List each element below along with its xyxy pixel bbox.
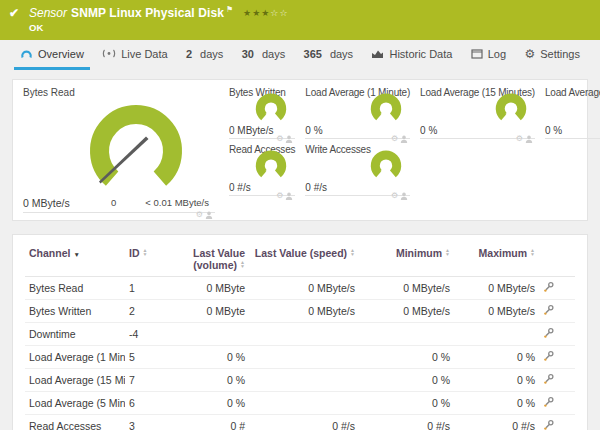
gauge-scale-max: < 0.01 MByte/s xyxy=(145,197,209,208)
gear-icon[interactable]: ⚙ xyxy=(391,192,398,200)
gauge-current-value: 0 % xyxy=(545,125,562,136)
user-icon[interactable] xyxy=(285,192,293,200)
channel-settings-wrench-icon[interactable] xyxy=(543,419,555,430)
channel-settings-wrench-icon[interactable] xyxy=(543,304,555,316)
tab-label-number: 30 xyxy=(242,48,254,60)
tab-live-data[interactable]: Live Data xyxy=(96,40,173,70)
tab-settings[interactable]: ⚙ Settings xyxy=(518,40,586,70)
tab-label: days xyxy=(262,48,285,60)
cell-channel[interactable]: Downtime xyxy=(25,323,125,346)
cell-channel[interactable]: Load Average (1 Min... xyxy=(25,346,125,369)
gauge-write-accesses[interactable]: Write Accesses 0 #/s ⚙ xyxy=(305,144,410,196)
tab-label: days xyxy=(330,48,353,60)
cell-last-value-speed xyxy=(249,369,359,392)
channel-settings-wrench-icon[interactable] xyxy=(543,327,555,339)
historic-data-chart-icon xyxy=(371,49,384,59)
table-row[interactable]: Bytes Written 2 0 MByte 0 MByte/s 0 MByt… xyxy=(25,300,575,323)
table-row[interactable]: Load Average (1 Min... 5 0 % 0 % 0 % xyxy=(25,346,575,369)
tab-365-days[interactable]: 365 days xyxy=(298,40,360,70)
small-gauge-dial xyxy=(251,93,291,123)
gear-icon[interactable]: ⚙ xyxy=(391,135,398,143)
channel-settings-wrench-icon[interactable] xyxy=(543,350,555,362)
tab-historic-data[interactable]: Historic Data xyxy=(365,40,458,70)
gauge-read-accesses[interactable]: Read Accesses 0 #/s ⚙ xyxy=(229,144,295,196)
table-row[interactable]: Load Average (5 Min... 6 0 % 0 % 0 % xyxy=(25,392,575,415)
tab-bar: Overview Live Data 2 days 30 days 365 da… xyxy=(0,40,600,70)
gauge-bytes-written[interactable]: Bytes Written 0 MByte/s ⚙ xyxy=(229,87,295,139)
gauge-current-value: 0 % xyxy=(420,125,437,136)
gauge-load-average-1min[interactable]: Load Average (1 Minute) 0 % ⚙ xyxy=(305,87,410,139)
gauge-current-value: 0 #/s xyxy=(305,182,327,193)
status-ok-check-icon: ✔ xyxy=(9,6,19,20)
user-icon[interactable] xyxy=(205,211,213,219)
gauge-current-value: 0 #/s xyxy=(229,182,251,193)
user-icon[interactable] xyxy=(285,135,293,143)
table-row[interactable]: Read Accesses 3 0 # 0 #/s 0 #/s 0 #/s xyxy=(25,415,575,430)
channels-table: Channel▼ ID▲▼ Last Value (volume)▲▼ Last… xyxy=(25,239,575,430)
table-row[interactable]: Downtime -4 xyxy=(25,323,575,346)
gear-icon[interactable]: ⚙ xyxy=(276,135,283,143)
sort-icon: ▲▼ xyxy=(240,260,245,268)
sort-icon: ▲▼ xyxy=(530,248,535,256)
tab-label: Historic Data xyxy=(389,48,452,60)
column-header-actions xyxy=(539,239,575,277)
sensor-flag-icon[interactable]: ⚑ xyxy=(226,3,233,17)
cell-last-value-speed xyxy=(249,346,359,369)
gauge-bytes-read[interactable]: Bytes Read 0 MByte/s 0 < 0.01 MByte/s ⚙ xyxy=(23,87,215,213)
priority-rating[interactable]: ★★★☆☆ xyxy=(243,6,288,20)
sensor-kind-label: Sensor xyxy=(29,6,67,20)
column-header-last-value-speed[interactable]: Last Value (speed)▲▼ xyxy=(249,239,359,277)
cell-channel[interactable]: Load Average (5 Min... xyxy=(25,392,125,415)
channel-settings-wrench-icon[interactable] xyxy=(543,281,555,293)
small-gauge-dial xyxy=(491,93,531,123)
gear-icon[interactable]: ⚙ xyxy=(516,135,523,143)
gauge-needle xyxy=(266,162,275,172)
channels-panel: Channel▼ ID▲▼ Last Value (volume)▲▼ Last… xyxy=(12,234,588,430)
cell-maximum: 0 #/s xyxy=(454,415,539,430)
cell-channel[interactable]: Bytes Written xyxy=(25,300,125,323)
tab-30-days[interactable]: 30 days xyxy=(236,40,292,70)
user-icon[interactable] xyxy=(400,135,408,143)
column-header-maximum[interactable]: Maximum▲▼ xyxy=(454,239,539,277)
cell-minimum: 0 MByte/s xyxy=(359,277,454,300)
cell-maximum: 0 % xyxy=(454,369,539,392)
gauge-scale-min: 0 xyxy=(111,197,116,208)
tab-2-days[interactable]: 2 days xyxy=(180,40,229,70)
user-icon[interactable] xyxy=(525,135,533,143)
bytes-read-gauge-dial xyxy=(75,99,197,195)
sort-icon: ▲▼ xyxy=(350,248,355,256)
tab-log[interactable]: Log xyxy=(465,40,512,70)
user-icon[interactable] xyxy=(400,192,408,200)
gauge-current-value: 0 % xyxy=(305,125,322,136)
cell-maximum: 0 % xyxy=(454,392,539,415)
column-header-channel[interactable]: Channel▼ xyxy=(25,239,125,277)
column-header-minimum[interactable]: Minimum▲▼ xyxy=(359,239,454,277)
column-header-id[interactable]: ID▲▼ xyxy=(125,239,167,277)
cell-id: 3 xyxy=(125,415,167,430)
cell-channel[interactable]: Load Average (15 Mi... xyxy=(25,369,125,392)
gauge-needle xyxy=(381,105,390,115)
cell-last-value-speed xyxy=(249,392,359,415)
gauge-load-average-5min[interactable]: Load Average (5 Minutes) 0 % ⚙ xyxy=(545,87,600,139)
tab-overview[interactable]: Overview xyxy=(14,40,90,70)
table-row[interactable]: Load Average (15 Mi... 7 0 % 0 % 0 % xyxy=(25,369,575,392)
log-icon xyxy=(471,49,483,59)
gear-icon[interactable]: ⚙ xyxy=(196,211,203,219)
channel-settings-wrench-icon[interactable] xyxy=(543,396,555,408)
gauge-load-average-15min[interactable]: Load Average (15 Minutes) 0 % ⚙ xyxy=(420,87,535,139)
cell-last-value-volume: 0 # xyxy=(167,415,249,430)
cell-last-value-volume: 0 % xyxy=(167,369,249,392)
gear-icon[interactable]: ⚙ xyxy=(276,192,283,200)
cell-minimum: 0 #/s xyxy=(359,415,454,430)
cell-channel[interactable]: Bytes Read xyxy=(25,277,125,300)
cell-maximum: 0 % xyxy=(454,346,539,369)
table-row[interactable]: Bytes Read 1 0 MByte 0 MByte/s 0 MByte/s… xyxy=(25,277,575,300)
channel-settings-wrench-icon[interactable] xyxy=(543,373,555,385)
cell-channel[interactable]: Read Accesses xyxy=(25,415,125,430)
overview-gauge-icon xyxy=(20,48,33,59)
cell-minimum: 0 MByte/s xyxy=(359,300,454,323)
cell-last-value-speed: 0 MByte/s xyxy=(249,300,359,323)
empty-gauge-slot xyxy=(545,144,600,196)
column-header-last-value-volume[interactable]: Last Value (volume)▲▼ xyxy=(167,239,249,277)
small-gauge-dial xyxy=(366,150,406,180)
